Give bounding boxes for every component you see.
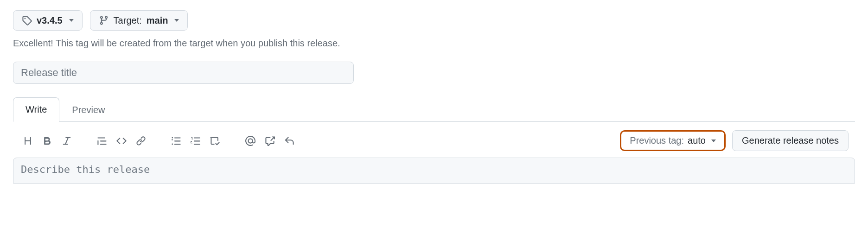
ordered-list-button[interactable] xyxy=(187,133,204,149)
mention-icon xyxy=(245,136,255,146)
tag-name: v3.4.5 xyxy=(37,14,63,26)
target-label: Target: xyxy=(114,14,142,26)
target-branch: main xyxy=(147,14,168,26)
release-title-input[interactable] xyxy=(13,62,354,84)
tasklist-icon xyxy=(210,136,220,146)
quote-button[interactable] xyxy=(94,133,110,149)
git-branch-icon xyxy=(99,15,109,25)
tab-preview[interactable]: Preview xyxy=(59,98,117,122)
bold-button[interactable] xyxy=(39,133,56,149)
tag-target-row: v3.4.5 Target: main xyxy=(13,10,855,31)
tag-icon xyxy=(22,15,32,25)
previous-tag-value: auto xyxy=(688,135,706,146)
reply-button[interactable] xyxy=(281,133,298,149)
mention-button[interactable] xyxy=(242,133,259,149)
chevron-down-icon xyxy=(174,19,179,22)
link-button[interactable] xyxy=(133,133,149,149)
cross-reference-icon xyxy=(265,136,275,146)
editor-tabs: Write Preview xyxy=(13,97,855,122)
tasklist-button[interactable] xyxy=(207,133,223,149)
link-icon xyxy=(136,136,146,146)
target-selector-button[interactable]: Target: main xyxy=(90,10,188,31)
chevron-down-icon xyxy=(69,19,74,22)
previous-tag-label: Previous tag: xyxy=(630,135,684,146)
release-description-input[interactable] xyxy=(13,158,855,184)
unordered-list-button[interactable] xyxy=(168,133,185,149)
cross-reference-button[interactable] xyxy=(262,133,278,149)
tag-helper-text: Excellent! This tag will be created from… xyxy=(13,38,855,49)
bold-icon xyxy=(42,136,52,146)
chevron-down-icon xyxy=(711,140,716,142)
ordered-list-icon xyxy=(191,136,201,146)
code-button[interactable] xyxy=(113,133,130,149)
tag-selector-button[interactable]: v3.4.5 xyxy=(13,10,83,31)
italic-button[interactable] xyxy=(58,133,75,149)
reply-icon xyxy=(284,136,294,146)
generate-release-notes-label: Generate release notes xyxy=(742,135,839,146)
markdown-tools xyxy=(19,133,313,149)
italic-icon xyxy=(62,136,72,146)
quote-icon xyxy=(97,136,107,146)
code-icon xyxy=(116,136,127,146)
unordered-list-icon xyxy=(171,136,181,146)
heading-button[interactable] xyxy=(19,133,36,149)
tab-write[interactable]: Write xyxy=(13,97,59,122)
markdown-toolbar-row: Previous tag: auto Generate release note… xyxy=(13,122,855,158)
previous-tag-button[interactable]: Previous tag: auto xyxy=(620,130,726,151)
heading-icon xyxy=(23,136,33,146)
generate-release-notes-button[interactable]: Generate release notes xyxy=(732,130,849,151)
